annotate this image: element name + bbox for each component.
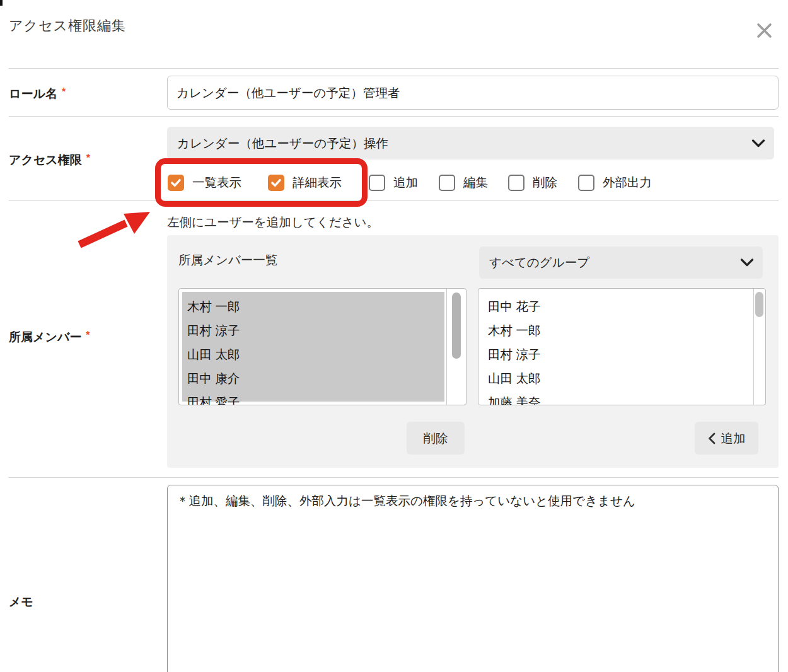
add-member-button[interactable]: 追加 [695,422,758,455]
members-panel: 所属メンバー一覧 木村 一郎 田村 涼子 山田 太郎 田中 康介 田村 愛子 す… [167,235,779,468]
access-permission-label-text: アクセス権限 [9,153,82,166]
divider [9,68,779,69]
group-filter-value: すべてのグループ [489,254,589,271]
screen-edge-artifact [0,0,3,6]
list-item[interactable]: 木村 一郎 [182,294,444,318]
selected-members-listbox[interactable]: 木村 一郎 田村 涼子 山田 太郎 田中 康介 田村 愛子 [178,288,466,405]
role-name-label: ロール名* [9,86,66,102]
checkbox-export[interactable]: 外部出力 [578,174,652,191]
checkbox-label: 編集 [463,174,488,191]
required-asterisk: * [86,330,90,340]
close-button[interactable] [754,20,774,40]
access-permission-label: アクセス権限* [9,152,90,168]
checkbox-label: 削除 [533,174,557,191]
checkbox-box[interactable] [168,175,184,191]
chevron-down-icon [751,139,765,148]
members-hint-text: 左側にユーザーを追加してください。 [167,214,379,231]
members-label-text: 所属メンバー [9,330,81,344]
remove-button-label: 削除 [424,430,448,447]
checkbox-detail-view[interactable]: 詳細表示 [268,174,342,191]
divider [9,200,779,201]
checkbox-box[interactable] [508,175,524,191]
list-item[interactable]: 木村 一郎 [482,318,744,342]
page-title: アクセス権限編集 [9,16,126,35]
access-permission-select-value: カレンダー（他ユーザーの予定）操作 [177,135,388,152]
scrollbar-thumb[interactable] [452,293,461,359]
checkbox-label: 外部出力 [603,174,652,191]
chevron-down-icon [740,258,754,267]
list-item[interactable]: 山田 太郎 [482,366,744,390]
access-permission-select[interactable]: カレンダー（他ユーザーの予定）操作 [167,127,774,159]
check-icon [170,178,182,187]
scrollbar-track-divider [753,289,755,405]
divider [9,477,779,478]
required-asterisk: * [86,153,90,163]
memo-textarea[interactable]: ＊追加、編集、削除、外部入力は一覧表示の権限を持っていないと使用できません [167,485,779,672]
list-item[interactable]: 加藤 美奈 [482,390,744,405]
available-members-listbox[interactable]: 田中 花子 木村 一郎 田村 涼子 山田 太郎 加藤 美奈 [478,288,766,405]
required-asterisk: * [62,86,66,97]
selection-highlight: 木村 一郎 田村 涼子 山田 太郎 田中 康介 田村 愛子 [182,292,444,402]
checkbox-label: 詳細表示 [293,174,342,191]
checkbox-box[interactable] [268,175,284,191]
checkbox-box[interactable] [369,175,385,191]
chevron-left-icon [708,432,716,444]
checkbox-list-view[interactable]: 一覧表示 [168,174,241,191]
checkbox-delete[interactable]: 削除 [508,174,557,191]
divider [9,116,779,117]
list-item[interactable]: 田中 花子 [482,294,744,318]
list-item[interactable]: 田中 康介 [182,366,444,390]
checkbox-add[interactable]: 追加 [369,174,418,191]
check-icon [270,178,282,187]
member-list-label: 所属メンバー一覧 [178,252,277,269]
checkbox-box[interactable] [439,175,455,191]
group-filter-select[interactable]: すべてのグループ [479,246,763,279]
available-members-items: 田中 花子 木村 一郎 田村 涼子 山田 太郎 加藤 美奈 [482,292,744,405]
scrollbar-thumb[interactable] [755,292,763,317]
role-name-label-text: ロール名 [9,87,57,100]
close-icon [756,22,773,39]
list-item[interactable]: 田村 愛子 [182,390,444,405]
checkbox-label: 一覧表示 [192,174,241,191]
list-item[interactable]: 田村 涼子 [482,342,744,366]
memo-label-text: メモ [9,595,33,608]
list-item[interactable]: 山田 太郎 [182,342,444,366]
annotation-arrow-icon [71,206,159,251]
add-button-label: 追加 [721,430,746,447]
remove-member-button[interactable]: 削除 [407,422,465,455]
checkbox-label: 追加 [393,174,418,191]
checkbox-edit[interactable]: 編集 [439,174,488,191]
memo-label: メモ [9,594,33,610]
role-name-input[interactable] [167,76,779,110]
members-label: 所属メンバー* [9,329,90,345]
checkbox-box[interactable] [578,175,594,191]
list-item[interactable]: 田村 涼子 [182,318,444,342]
scrollbar-track-divider [446,289,448,405]
